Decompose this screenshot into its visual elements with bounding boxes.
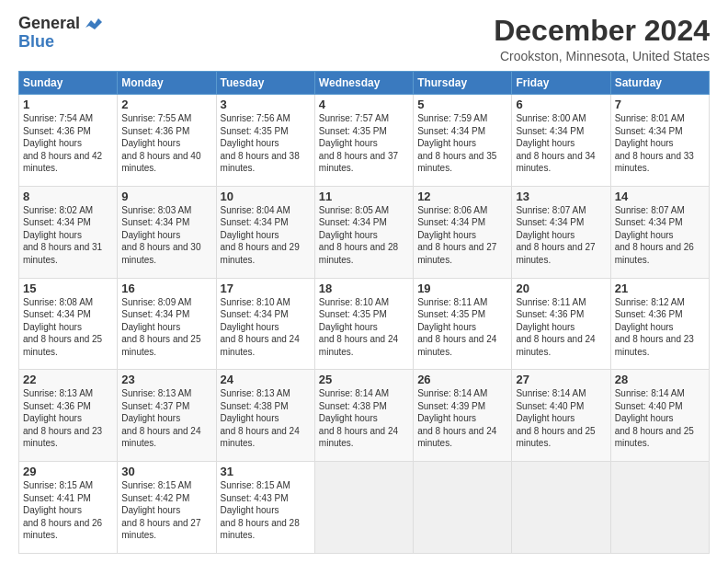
calendar-cell: 24 Sunrise: 8:13 AM Sunset: 4:38 PM Dayl… <box>216 370 314 462</box>
day-info: Sunrise: 8:07 AM Sunset: 4:34 PM Dayligh… <box>615 204 705 267</box>
calendar-cell: 31 Sunrise: 8:15 AM Sunset: 4:43 PM Dayl… <box>216 462 314 554</box>
day-number: 8 <box>23 190 113 203</box>
day-number: 10 <box>221 190 311 203</box>
calendar-cell: 20 Sunrise: 8:11 AM Sunset: 4:36 PM Dayl… <box>512 278 610 370</box>
day-number: 4 <box>319 98 409 111</box>
day-number: 9 <box>121 190 211 203</box>
calendar-week-3: 15 Sunrise: 8:08 AM Sunset: 4:34 PM Dayl… <box>19 278 710 370</box>
calendar-cell: 17 Sunrise: 8:10 AM Sunset: 4:34 PM Dayl… <box>216 278 314 370</box>
month-title: December 2024 <box>494 15 710 47</box>
day-number: 25 <box>319 373 409 386</box>
day-info: Sunrise: 7:55 AM Sunset: 4:36 PM Dayligh… <box>121 112 211 175</box>
calendar-cell <box>414 462 512 554</box>
weekday-header-friday: Friday <box>512 72 610 95</box>
calendar-cell: 8 Sunrise: 8:02 AM Sunset: 4:34 PM Dayli… <box>19 186 118 278</box>
calendar-cell: 3 Sunrise: 7:56 AM Sunset: 4:35 PM Dayli… <box>216 95 314 187</box>
calendar-cell: 4 Sunrise: 7:57 AM Sunset: 4:35 PM Dayli… <box>314 95 413 187</box>
weekday-header-wednesday: Wednesday <box>314 72 413 95</box>
calendar-cell: 19 Sunrise: 8:11 AM Sunset: 4:35 PM Dayl… <box>414 278 512 370</box>
calendar-cell: 13 Sunrise: 8:07 AM Sunset: 4:34 PM Dayl… <box>512 186 610 278</box>
calendar-cell: 29 Sunrise: 8:15 AM Sunset: 4:41 PM Dayl… <box>19 462 118 554</box>
logo-blue: Blue <box>18 32 54 51</box>
day-number: 19 <box>417 282 507 295</box>
day-info: Sunrise: 8:11 AM Sunset: 4:35 PM Dayligh… <box>417 296 507 359</box>
calendar-cell: 6 Sunrise: 8:00 AM Sunset: 4:34 PM Dayli… <box>512 95 610 187</box>
day-number: 30 <box>121 465 211 478</box>
day-info: Sunrise: 8:14 AM Sunset: 4:40 PM Dayligh… <box>516 387 606 450</box>
day-info: Sunrise: 8:05 AM Sunset: 4:34 PM Dayligh… <box>319 204 409 267</box>
calendar-cell: 7 Sunrise: 8:01 AM Sunset: 4:34 PM Dayli… <box>610 95 709 187</box>
calendar-cell: 10 Sunrise: 8:04 AM Sunset: 4:34 PM Dayl… <box>216 186 314 278</box>
day-number: 16 <box>121 282 211 295</box>
day-number: 15 <box>23 282 113 295</box>
calendar-cell: 27 Sunrise: 8:14 AM Sunset: 4:40 PM Dayl… <box>512 370 610 462</box>
day-info: Sunrise: 8:04 AM Sunset: 4:34 PM Dayligh… <box>221 204 311 267</box>
calendar-cell: 15 Sunrise: 8:08 AM Sunset: 4:34 PM Dayl… <box>19 278 118 370</box>
day-info: Sunrise: 8:00 AM Sunset: 4:34 PM Dayligh… <box>516 112 606 175</box>
calendar-week-5: 29 Sunrise: 8:15 AM Sunset: 4:41 PM Dayl… <box>19 462 710 554</box>
day-number: 12 <box>417 190 507 203</box>
day-number: 28 <box>615 373 705 386</box>
weekday-header-monday: Monday <box>118 72 216 95</box>
day-number: 27 <box>516 373 606 386</box>
day-number: 5 <box>417 98 507 111</box>
day-info: Sunrise: 8:03 AM Sunset: 4:34 PM Dayligh… <box>121 204 211 267</box>
day-number: 20 <box>516 282 606 295</box>
day-number: 14 <box>615 190 705 203</box>
calendar-table: SundayMondayTuesdayWednesdayThursdayFrid… <box>18 71 710 554</box>
day-info: Sunrise: 7:57 AM Sunset: 4:35 PM Dayligh… <box>319 112 409 175</box>
calendar-cell: 22 Sunrise: 8:13 AM Sunset: 4:36 PM Dayl… <box>19 370 118 462</box>
day-info: Sunrise: 8:15 AM Sunset: 4:42 PM Dayligh… <box>121 479 211 542</box>
logo-general: General <box>18 15 80 33</box>
header: General Blue December 2024 Crookston, Mi… <box>18 15 710 63</box>
calendar-cell: 25 Sunrise: 8:14 AM Sunset: 4:38 PM Dayl… <box>314 370 413 462</box>
title-block: December 2024 Crookston, Minnesota, Unit… <box>494 15 710 63</box>
day-info: Sunrise: 8:14 AM Sunset: 4:38 PM Dayligh… <box>319 387 409 450</box>
location: Crookston, Minnesota, United States <box>494 49 710 63</box>
day-info: Sunrise: 8:02 AM Sunset: 4:34 PM Dayligh… <box>23 204 113 267</box>
day-number: 23 <box>121 373 211 386</box>
calendar-cell: 30 Sunrise: 8:15 AM Sunset: 4:42 PM Dayl… <box>118 462 216 554</box>
day-info: Sunrise: 8:01 AM Sunset: 4:34 PM Dayligh… <box>615 112 705 175</box>
calendar-cell: 21 Sunrise: 8:12 AM Sunset: 4:36 PM Dayl… <box>610 278 709 370</box>
day-info: Sunrise: 8:13 AM Sunset: 4:37 PM Dayligh… <box>121 387 211 450</box>
calendar-cell: 14 Sunrise: 8:07 AM Sunset: 4:34 PM Dayl… <box>610 186 709 278</box>
calendar-cell: 23 Sunrise: 8:13 AM Sunset: 4:37 PM Dayl… <box>118 370 216 462</box>
calendar-cell: 9 Sunrise: 8:03 AM Sunset: 4:34 PM Dayli… <box>118 186 216 278</box>
calendar-week-2: 8 Sunrise: 8:02 AM Sunset: 4:34 PM Dayli… <box>19 186 710 278</box>
day-number: 13 <box>516 190 606 203</box>
page: General Blue December 2024 Crookston, Mi… <box>0 0 728 563</box>
day-info: Sunrise: 7:56 AM Sunset: 4:35 PM Dayligh… <box>221 112 311 175</box>
day-info: Sunrise: 8:13 AM Sunset: 4:38 PM Dayligh… <box>221 387 311 450</box>
day-info: Sunrise: 8:13 AM Sunset: 4:36 PM Dayligh… <box>23 387 113 450</box>
day-number: 26 <box>417 373 507 386</box>
day-number: 31 <box>221 465 311 478</box>
day-info: Sunrise: 8:15 AM Sunset: 4:43 PM Dayligh… <box>221 479 311 542</box>
day-number: 29 <box>23 465 113 478</box>
day-number: 24 <box>221 373 311 386</box>
day-number: 6 <box>516 98 606 111</box>
calendar-week-1: 1 Sunrise: 7:54 AM Sunset: 4:36 PM Dayli… <box>19 95 710 187</box>
weekday-header-tuesday: Tuesday <box>216 72 314 95</box>
weekday-header-saturday: Saturday <box>610 72 709 95</box>
day-info: Sunrise: 8:14 AM Sunset: 4:39 PM Dayligh… <box>417 387 507 450</box>
day-info: Sunrise: 8:11 AM Sunset: 4:36 PM Dayligh… <box>516 296 606 359</box>
calendar-cell: 16 Sunrise: 8:09 AM Sunset: 4:34 PM Dayl… <box>118 278 216 370</box>
calendar-cell: 28 Sunrise: 8:14 AM Sunset: 4:40 PM Dayl… <box>610 370 709 462</box>
day-info: Sunrise: 8:09 AM Sunset: 4:34 PM Dayligh… <box>121 296 211 359</box>
calendar-week-4: 22 Sunrise: 8:13 AM Sunset: 4:36 PM Dayl… <box>19 370 710 462</box>
calendar-body: 1 Sunrise: 7:54 AM Sunset: 4:36 PM Dayli… <box>19 95 710 554</box>
day-info: Sunrise: 8:08 AM Sunset: 4:34 PM Dayligh… <box>23 296 113 359</box>
day-info: Sunrise: 8:06 AM Sunset: 4:34 PM Dayligh… <box>417 204 507 267</box>
calendar-cell: 5 Sunrise: 7:59 AM Sunset: 4:34 PM Dayli… <box>414 95 512 187</box>
calendar-cell <box>314 462 413 554</box>
day-info: Sunrise: 7:59 AM Sunset: 4:34 PM Dayligh… <box>417 112 507 175</box>
day-info: Sunrise: 8:10 AM Sunset: 4:34 PM Dayligh… <box>221 296 311 359</box>
day-number: 21 <box>615 282 705 295</box>
calendar-cell: 12 Sunrise: 8:06 AM Sunset: 4:34 PM Dayl… <box>414 186 512 278</box>
day-number: 2 <box>121 98 211 111</box>
day-number: 7 <box>615 98 705 111</box>
calendar-cell: 26 Sunrise: 8:14 AM Sunset: 4:39 PM Dayl… <box>414 370 512 462</box>
calendar-cell: 11 Sunrise: 8:05 AM Sunset: 4:34 PM Dayl… <box>314 186 413 278</box>
day-info: Sunrise: 8:10 AM Sunset: 4:35 PM Dayligh… <box>319 296 409 359</box>
